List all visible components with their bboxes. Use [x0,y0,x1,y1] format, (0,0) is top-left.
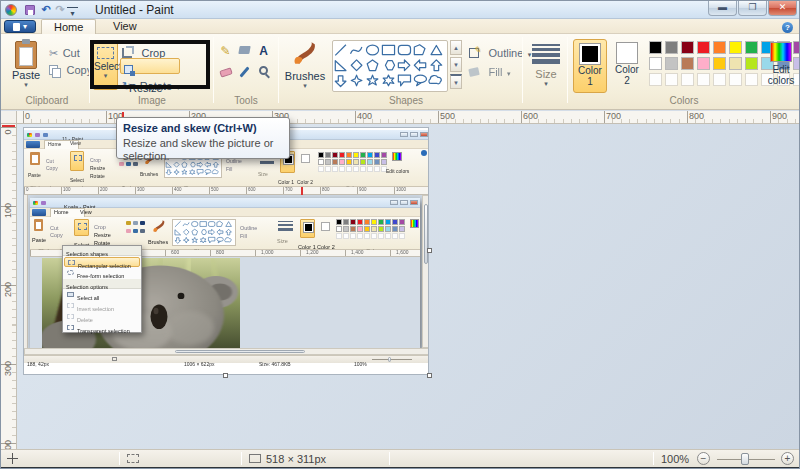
shapes-grid[interactable] [332,40,448,92]
palette-swatch[interactable] [649,57,662,70]
ruler-label: 600 [171,250,179,256]
palette-swatch-empty [353,166,359,172]
vertical-ruler: 0100200300400 [1,124,17,449]
palette-swatch[interactable] [713,41,726,54]
palette-swatch-empty[interactable] [697,73,710,86]
shapes-more-icon[interactable]: ▼ [450,74,462,89]
palette-swatch[interactable] [697,41,710,54]
palette-swatch[interactable] [697,57,710,70]
palette-swatch [378,219,384,225]
color2-button[interactable]: Color2 [611,39,643,93]
paint-app-icon[interactable] [5,4,17,16]
minimize-button[interactable]: ▬ [708,1,737,16]
brushes-button[interactable]: Brushes ▾ [283,40,327,90]
l3-color-palette [336,219,405,239]
undo-icon[interactable]: ↶ [39,3,53,16]
palette-swatch [350,219,356,225]
tooltip-body: Resize and skew the picture or selection… [123,137,283,162]
cut-button[interactable]: ✂ Cut [49,43,80,61]
zoom-in-button[interactable]: + [781,452,794,465]
ruler-label: 1,400 [351,250,363,256]
l2-undo-icon [43,133,48,137]
fill-tool-button[interactable] [236,42,253,59]
ruler-label: 200 [100,187,108,192]
zoom-slider-thumb[interactable] [741,453,749,465]
palette-swatch[interactable] [649,41,662,54]
palette-swatch[interactable] [729,57,742,70]
l2-status-dimensions: 1006 × 622px [184,356,245,374]
l3-menu-transparent-selection: Transparent selection [64,323,140,333]
l2-select-button [70,151,84,171]
window-title: Untitled - Paint [95,3,174,17]
palette-swatch[interactable] [665,57,678,70]
tab-view[interactable]: View [101,19,149,34]
palette-swatch-empty[interactable] [649,73,662,86]
canvas-resize-handle-right[interactable] [427,248,432,253]
palette-swatch[interactable] [745,41,758,54]
palette-swatch[interactable] [681,57,694,70]
palette-swatch [346,152,352,158]
palette-swatch-empty [350,233,356,239]
palette-swatch-empty[interactable] [729,73,742,86]
palette-swatch[interactable] [713,57,726,70]
text-tool-button[interactable]: A [255,42,272,59]
copy-button[interactable]: Copy [49,60,92,78]
fill-button[interactable]: Fill ▾ [469,62,510,80]
ruler-corner [1,111,17,124]
group-label-clipboard: Clipboard [9,95,85,106]
color1-button[interactable]: Color1 [573,39,607,93]
palette-swatch-empty [364,233,370,239]
palette-swatch-empty[interactable] [713,73,726,86]
l3-brush-icon [152,219,166,233]
save-icon[interactable] [25,5,35,15]
l2-hscroll-thumb [175,350,305,353]
ruler-label: 500 [438,111,455,122]
palette-swatch[interactable] [665,41,678,54]
palette-swatch-empty [378,233,384,239]
paste-dropdown-icon[interactable]: ▾ [9,81,43,89]
palette-swatch[interactable] [729,41,742,54]
ruler-label: 400 [174,187,182,192]
tab-home[interactable]: Home [41,19,96,34]
palette-swatch[interactable] [745,57,758,70]
size-button[interactable]: Size ▾ [528,42,564,88]
qat-customize-icon[interactable]: ▾ [67,7,78,17]
palette-swatch-empty[interactable] [745,73,758,86]
palette-swatch [318,152,324,158]
canvas-resize-handle-corner[interactable] [427,373,432,378]
paste-button[interactable]: Paste ▾ [9,41,43,89]
canvas-resize-handle-bottom[interactable] [223,373,228,378]
palette-swatch-empty[interactable] [665,73,678,86]
shapes-scroll-up-icon[interactable]: ▲ [450,40,462,55]
brushes-dropdown-icon[interactable]: ▾ [283,82,327,90]
l2-color2-button [298,151,313,173]
color-picker-tool-button[interactable] [236,64,253,81]
ruler-label: 1,200 [306,250,318,256]
fill-bucket-icon [238,46,250,54]
shapes-scroll-down-icon[interactable]: ▼ [450,57,462,72]
application-menu-button[interactable]: ▾ [4,20,36,33]
l2-copy-label: Copy [46,160,69,178]
group-label-shapes: Shapes [301,95,511,106]
l2-paste-icon [30,152,40,165]
eraser-tool-button[interactable] [217,64,234,81]
group-label-image: Image [93,95,211,106]
group-label-colors: Colors [571,95,797,106]
color2-swatch [616,42,638,64]
palette-swatch[interactable] [681,41,694,54]
edit-colors-button[interactable]: Editcolors [765,42,797,86]
magnifier-tool-button[interactable] [255,64,272,81]
close-button[interactable]: ✕ [768,1,797,16]
palette-swatch [343,219,349,225]
zoom-out-button[interactable]: − [697,452,710,465]
palette-swatch [353,159,359,165]
pencil-tool-button[interactable]: ✎ [217,42,234,59]
palette-swatch-empty[interactable] [681,73,694,86]
drawing-canvas[interactable]: 11 - Paint Home View Paste Cut Copy [23,127,429,375]
help-icon[interactable]: ? [782,22,793,33]
group-divider [522,37,523,103]
maximize-button[interactable]: ❐ [738,1,767,16]
text-tool-icon: A [259,44,268,58]
size-dropdown-icon[interactable]: ▾ [528,80,564,88]
l2-minimize-button [400,132,408,137]
